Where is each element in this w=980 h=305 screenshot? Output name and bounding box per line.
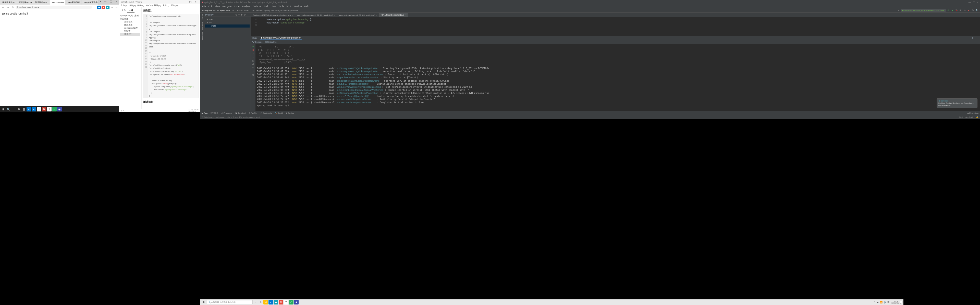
taskview-icon[interactable]: ⧉	[16, 107, 21, 111]
run-config-select[interactable]: ◆ SPRINGBOOT0103QUICKSTARTAPPLICATION ▾	[900, 9, 946, 12]
menu-vcs[interactable]: VCS	[286, 5, 291, 8]
taskview-icon[interactable]: ⧉	[258, 300, 263, 305]
extension-icon[interactable]: ●	[102, 6, 105, 9]
rerun-icon[interactable]: ⟳	[252, 45, 254, 48]
menu-help[interactable]: Help	[304, 5, 309, 8]
editor-tab[interactable]: pom.xml (springboot_01_02_quickstart)×	[295, 13, 337, 17]
outline-item[interactable]: 控制类	[120, 30, 140, 33]
coverage-icon[interactable]: ◧	[959, 9, 962, 11]
chevron-up-icon[interactable]: ^	[874, 301, 875, 303]
editor-tab[interactable]: pom.xml (springboot_01_03_quickstart)×	[337, 13, 379, 17]
back-icon[interactable]: ⇤	[898, 9, 900, 11]
menu-edit[interactable]: Edit	[208, 5, 213, 8]
outline-item-selected[interactable]: 测试运行	[120, 33, 140, 36]
breadcrumb-item[interactable]: taotao	[256, 9, 263, 11]
layout-icon[interactable]: ⊞	[252, 59, 254, 62]
breadcrumb-item[interactable]: java	[244, 9, 249, 11]
notifications-icon[interactable]: 💬	[900, 301, 902, 303]
tree-folder-selected[interactable]: main	[205, 24, 250, 28]
outline-item[interactable]: SpringBoot入门案例-阿里云版	[120, 14, 140, 21]
app-icon[interactable]: T	[284, 300, 288, 305]
left-rail[interactable]: Project Structure Favorites	[200, 13, 204, 111]
app-icon[interactable]: 📄	[37, 107, 41, 111]
close-button[interactable]: ×	[193, 0, 199, 3]
code-content[interactable]: "kw">package com.taotao.controller; "kw"…	[148, 14, 198, 98]
menu-edit[interactable]: 编辑(E)	[129, 4, 136, 7]
code-editor[interactable]: 181920 System.out.println("spring boot i…	[251, 17, 980, 36]
outline-item[interactable]: 随意更改springboot版本	[120, 24, 140, 30]
hide-icon[interactable]: ✱	[241, 14, 243, 16]
debug-button-icon[interactable]: 🐞	[955, 9, 958, 11]
tree-folder[interactable]: src	[205, 21, 250, 24]
tab-profiler[interactable]: ⊙ Profiler	[248, 112, 258, 114]
search-icon[interactable]: 🔍	[975, 9, 978, 11]
vcs-icon[interactable]: ⇅	[971, 9, 974, 11]
print-icon[interactable]: 🖶	[252, 63, 255, 65]
menu-tools[interactable]: Tools	[278, 5, 284, 8]
tab-files[interactable]: 文件	[120, 8, 127, 13]
search-icon[interactable]: 🔍	[6, 107, 11, 111]
trash-icon[interactable]: 🗑	[252, 74, 255, 76]
app-icon[interactable]: R	[279, 300, 283, 305]
extension-icon[interactable]: ▸	[106, 6, 110, 9]
menu-file[interactable]: File	[202, 5, 206, 8]
tab-run[interactable]: ▶ Run	[202, 112, 207, 114]
settings-icon[interactable]: ⊕	[235, 14, 237, 16]
menu-view[interactable]: View	[215, 5, 220, 8]
idea-icon[interactable]: ◆	[294, 300, 299, 305]
minimize-icon[interactable]: —	[976, 37, 978, 39]
menu-code[interactable]: Code	[234, 5, 240, 8]
close-icon[interactable]: ×	[405, 14, 406, 16]
minimize-button[interactable]: —	[102, 0, 108, 5]
tree-folder[interactable]: .mvn	[205, 18, 250, 21]
status-left[interactable]: ◎ >	[121, 110, 124, 112]
up-icon[interactable]: ↑	[253, 52, 254, 55]
menu-analyze[interactable]: Analyze	[242, 5, 250, 8]
menu-window[interactable]: Window	[294, 5, 302, 8]
browser-tab-2[interactable]: 智慧职教MOO…×	[33, 0, 49, 5]
run-button-icon[interactable]: ⟳	[947, 9, 950, 11]
forward-button[interactable]: →	[6, 6, 10, 9]
wrap-icon[interactable]: ↩	[252, 67, 254, 69]
menu-theme[interactable]: 主题(T)	[162, 4, 169, 7]
edge-icon[interactable]: e	[269, 300, 273, 305]
start-button[interactable]: ⊞	[201, 300, 206, 305]
run-button-icon[interactable]: ▶	[951, 9, 954, 11]
back-button[interactable]: ←	[1, 6, 5, 9]
explorer-icon[interactable]: 📁	[263, 300, 268, 305]
cortana-icon[interactable]: ○	[11, 107, 16, 111]
menu-paragraph[interactable]: 段落(P)	[137, 4, 144, 7]
extension-icon[interactable]: ◆	[97, 6, 101, 9]
menu-view[interactable]: 视图(V)	[154, 4, 161, 7]
down-icon[interactable]: ↓	[253, 56, 254, 59]
minimize-icon[interactable]: —	[247, 14, 249, 16]
scroll-icon[interactable]: ⤓	[252, 70, 254, 73]
maximize-button[interactable]: ▢	[973, 1, 975, 3]
browser-tab-3[interactable]: localhost:808…×	[49, 0, 65, 5]
tab-terminal[interactable]: ▣ Terminal	[235, 112, 245, 114]
event-log-tab[interactable]: ◆ Event Log	[967, 112, 978, 114]
new-tab-button[interactable]: +	[99, 0, 102, 5]
edge-icon[interactable]: e	[32, 107, 36, 111]
maximize-button[interactable]: ▢	[187, 0, 193, 3]
minimize-button[interactable]: —	[969, 1, 971, 3]
tab-problems[interactable]: ⚠ Problems	[221, 112, 232, 114]
clock[interactable]: 21:522022/4/28	[891, 300, 899, 304]
tab-outline[interactable]: 大纲	[127, 8, 135, 13]
menu-help[interactable]: 帮助(H)	[171, 4, 178, 7]
favorites-icon[interactable]: ☆	[110, 6, 114, 9]
breadcrumb-item[interactable]: src	[232, 9, 236, 11]
collapse-icon[interactable]: ≡	[239, 14, 240, 16]
breadcrumb-item[interactable]: com	[250, 9, 255, 11]
app-icon[interactable]: ✓	[52, 107, 57, 111]
tab-todo[interactable]: ≡ TODO	[210, 112, 218, 114]
breadcrumb-item[interactable]: main	[237, 9, 243, 11]
app-icon[interactable]: ✓	[289, 300, 293, 305]
browser-tab-0[interactable]: 黑马程序员Sp…×	[0, 0, 16, 5]
run-app-tab[interactable]: ◆ Springboot0103QuickstartApplication	[260, 37, 302, 40]
editor-tab-active[interactable]: C:\...\BookController.java×	[380, 13, 408, 17]
refresh-button[interactable]: ⟳	[11, 6, 15, 9]
menu-build[interactable]: Build	[264, 5, 269, 8]
wifi-icon[interactable]: 📶	[880, 301, 883, 303]
menu-format[interactable]: 格式(O)	[146, 4, 153, 7]
